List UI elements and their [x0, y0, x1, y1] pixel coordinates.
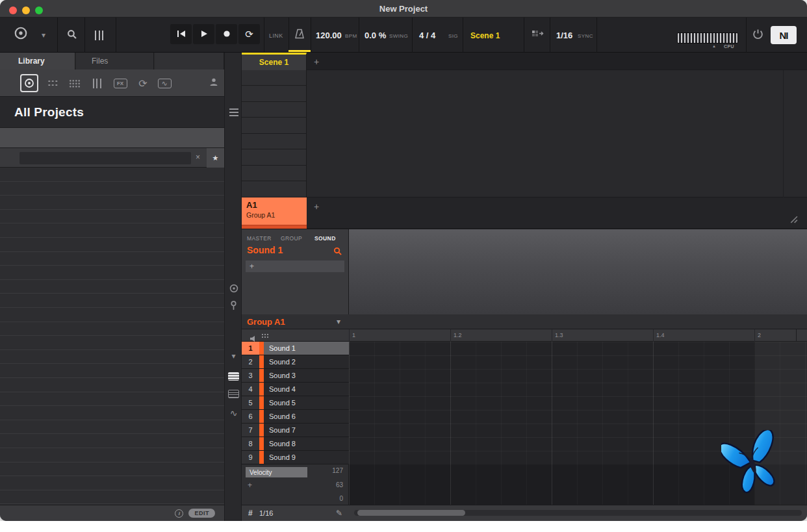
ni-logo[interactable]: NI [771, 26, 797, 44]
add-control-lane-button[interactable]: + [248, 481, 252, 490]
retrigger-button[interactable] [529, 29, 546, 42]
filter-projects-button[interactable] [18, 70, 40, 97]
audio-engine-power-button[interactable] [750, 27, 765, 43]
plugin-strip-button[interactable] [225, 301, 242, 313]
sound-number[interactable]: 3 [242, 369, 259, 382]
sound-row[interactable]: 5Sound 5 [242, 396, 349, 410]
minimize-window-button[interactable] [22, 6, 30, 14]
filter-groups-button[interactable] [43, 70, 62, 97]
tab-sound[interactable]: SOUND [314, 235, 336, 242]
master-volume-meter[interactable] [677, 32, 738, 44]
close-window-button[interactable] [9, 6, 17, 14]
sound-row[interactable]: 4Sound 4 [242, 383, 349, 396]
control-parameter-selector[interactable]: Velocity [246, 467, 307, 477]
timeline-ruler[interactable]: 1 1.2 1.3 1.4 2 [242, 329, 807, 342]
sound-row[interactable]: 9Sound 9 [242, 451, 349, 464]
perform-grid-value[interactable]: 1/16 [556, 31, 572, 40]
sound-row[interactable]: 8Sound 8 [242, 437, 349, 451]
maschine-menu-button[interactable] [8, 24, 34, 45]
search-button[interactable] [62, 26, 81, 44]
info-icon[interactable]: i [175, 509, 183, 518]
titlebar[interactable]: New Project [0, 0, 807, 18]
group-pad-a1[interactable]: A1 Group A1 [242, 197, 307, 229]
loop-button[interactable]: ⟳ [238, 24, 260, 44]
sound-name[interactable]: Sound 5 [264, 396, 349, 409]
horizontal-scrollbar-thumb[interactable] [357, 510, 465, 516]
plugin-panel-empty[interactable] [349, 229, 807, 314]
grid-value[interactable]: 1/16 [259, 509, 273, 517]
tab-group[interactable]: GROUP [281, 235, 302, 242]
collapse-channel-button[interactable]: ▾ [225, 351, 242, 361]
plugin-slot-empty[interactable]: + [246, 260, 344, 272]
search-input[interactable] [19, 152, 191, 164]
favorites-filter-button[interactable]: ★ [207, 148, 224, 168]
current-scene-display[interactable]: Scene 1 [470, 31, 500, 40]
library-results-list[interactable] [0, 168, 224, 505]
pencil-icon[interactable]: ✎ [336, 509, 342, 518]
filter-sounds-button[interactable] [65, 70, 84, 97]
sound-name[interactable]: Sound 2 [264, 355, 349, 368]
swing-value[interactable]: 0.0 % [365, 31, 386, 40]
channel-mixer-button[interactable] [90, 26, 109, 44]
editor-group-name[interactable]: Group A1 [247, 317, 285, 327]
zoom-window-button[interactable] [35, 6, 43, 14]
sound-number[interactable]: 8 [242, 437, 259, 450]
sound-row[interactable]: 3Sound 3 [242, 369, 349, 383]
sound-number[interactable]: 7 [242, 424, 259, 437]
group-select-chevron[interactable]: ▾ [337, 317, 340, 326]
sound-name[interactable]: Sound 9 [264, 451, 349, 464]
link-button[interactable]: LINK [269, 32, 283, 39]
tab-files[interactable]: Files [76, 53, 154, 70]
arranger-area[interactable] [242, 70, 807, 197]
sound-name[interactable]: Sound 1 [264, 342, 349, 355]
search-clear-button[interactable]: × [196, 153, 200, 161]
library-filter-subheader[interactable] [0, 128, 224, 148]
pattern-editor-header: Group A1 ▾ [242, 314, 807, 329]
pattern-list-view-button[interactable] [225, 372, 242, 381]
edit-button[interactable]: EDIT [188, 509, 215, 518]
pattern-grid[interactable] [349, 342, 807, 464]
record-button[interactable] [216, 24, 237, 44]
tab-scene-1[interactable]: Scene 1 [242, 53, 307, 70]
control-lane-grid[interactable] [349, 464, 807, 505]
sound-name[interactable]: Sound 7 [264, 424, 349, 437]
header-dropdown-button[interactable]: ▾ [36, 27, 51, 44]
sound-row[interactable]: 7Sound 7 [242, 424, 349, 437]
time-signature-value[interactable]: 4 / 4 [419, 31, 435, 40]
channel-sound-name[interactable]: Sound 1 [247, 245, 283, 255]
filter-samples-button[interactable]: ∿ [155, 70, 174, 97]
ruler-scale[interactable]: 1 1.2 1.3 1.4 2 [349, 329, 807, 342]
bpm-value[interactable]: 120.00 [316, 31, 342, 40]
audio-view-button[interactable]: ∿ [225, 408, 242, 418]
sound-name[interactable]: Sound 3 [264, 369, 349, 382]
sound-number[interactable]: 5 [242, 396, 259, 409]
sound-row[interactable]: 6Sound 6 [242, 410, 349, 424]
user-content-button[interactable] [204, 70, 224, 97]
filter-instruments-button[interactable] [88, 70, 107, 97]
sound-number[interactable]: 9 [242, 451, 259, 464]
add-group-button[interactable]: + [308, 197, 325, 216]
metronome-button[interactable] [292, 28, 307, 42]
sound-number[interactable]: 4 [242, 383, 259, 396]
sound-name[interactable]: Sound 8 [264, 437, 349, 450]
add-scene-button[interactable]: + [308, 53, 325, 70]
arranger-view-button[interactable] [225, 108, 242, 116]
arranger-resize-handle[interactable] [788, 214, 798, 226]
sound-name[interactable]: Sound 6 [264, 410, 349, 423]
play-button[interactable] [193, 24, 214, 44]
restart-button[interactable] [170, 24, 192, 44]
quick-browse-button[interactable] [333, 246, 342, 258]
filter-loops-button[interactable]: ⟳ [133, 70, 153, 97]
tab-library[interactable]: Library [0, 53, 75, 70]
mixer-view-button[interactable] [225, 284, 242, 295]
sound-row[interactable]: 1Sound 1 [242, 342, 349, 355]
sound-number[interactable]: 1 [242, 342, 259, 355]
sound-row[interactable]: 2Sound 2 [242, 355, 349, 369]
pattern-slot-column[interactable] [242, 70, 307, 197]
tab-master[interactable]: MASTER [247, 235, 272, 242]
filter-effects-button[interactable]: FX [110, 70, 130, 97]
sound-number[interactable]: 6 [242, 410, 259, 423]
sound-name[interactable]: Sound 4 [264, 383, 349, 396]
sound-number[interactable]: 2 [242, 355, 259, 368]
events-view-button[interactable] [225, 390, 242, 398]
